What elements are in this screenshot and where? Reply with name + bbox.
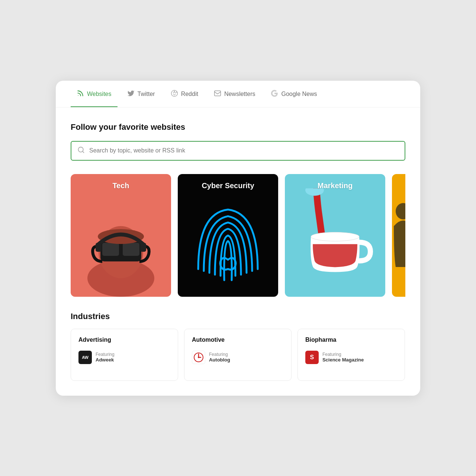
category-label-cyber: Cyber Security bbox=[178, 181, 278, 190]
category-card-marketing[interactable]: Marketing bbox=[285, 174, 385, 297]
logo-text-sciencemag: S bbox=[310, 354, 314, 361]
industry-card-automotive[interactable]: Automotive Featuring Autoblog bbox=[184, 329, 292, 381]
search-icon bbox=[77, 146, 85, 155]
svg-rect-12 bbox=[123, 243, 139, 256]
tab-websites-label: Websites bbox=[87, 91, 112, 97]
twitter-icon bbox=[127, 90, 135, 99]
featuring-text-biopharma: Featuring Science Magazine bbox=[322, 352, 364, 363]
svg-point-3 bbox=[175, 93, 176, 94]
category-card-tech[interactable]: Tech bbox=[71, 174, 171, 297]
rss-icon bbox=[77, 90, 84, 99]
featuring-label-biopharma: Featuring bbox=[322, 352, 364, 357]
featuring-label-advertising: Featuring bbox=[96, 352, 115, 357]
tab-newsletters-label: Newsletters bbox=[224, 91, 255, 97]
svg-point-4 bbox=[176, 91, 177, 93]
svg-point-13 bbox=[98, 229, 144, 244]
svg-rect-6 bbox=[215, 91, 221, 96]
main-card: Websites Twitter bbox=[56, 81, 420, 396]
industry-name-advertising: Advertising bbox=[78, 337, 170, 343]
svg-point-0 bbox=[78, 95, 78, 96]
categories-row: Tech bbox=[71, 174, 405, 297]
industry-logo-aw: AW bbox=[78, 351, 92, 364]
cyber-illustration bbox=[191, 202, 265, 284]
svg-point-18 bbox=[396, 203, 405, 219]
industry-featuring-biopharma: S Featuring Science Magazine bbox=[305, 351, 397, 364]
svg-rect-15 bbox=[140, 243, 146, 252]
main-content: Follow your favorite websites Tech bbox=[56, 107, 420, 381]
industries-row: Advertising AW Featuring Adweek Automoti… bbox=[71, 329, 405, 381]
marketing-illustration bbox=[294, 188, 376, 274]
category-label-marketing: Marketing bbox=[285, 181, 385, 190]
category-label-tech: Tech bbox=[71, 181, 171, 190]
search-input[interactable] bbox=[89, 147, 399, 154]
search-container bbox=[71, 141, 405, 161]
industries-heading: Industries bbox=[71, 312, 405, 321]
tab-google-news[interactable]: Google News bbox=[265, 81, 323, 107]
page-heading: Follow your favorite websites bbox=[71, 122, 405, 132]
category-card-partial[interactable] bbox=[392, 174, 405, 297]
tab-reddit[interactable]: Reddit bbox=[165, 81, 204, 107]
tab-twitter[interactable]: Twitter bbox=[121, 81, 161, 107]
partial-illustration bbox=[392, 193, 405, 297]
svg-point-5 bbox=[174, 90, 175, 91]
industry-logo-sciencemag: S bbox=[305, 351, 319, 364]
svg-point-17 bbox=[311, 232, 359, 241]
tab-twitter-label: Twitter bbox=[138, 91, 155, 97]
industry-card-biopharma[interactable]: Biopharma S Featuring Science Magazine bbox=[298, 329, 405, 381]
tech-illustration bbox=[73, 196, 169, 297]
industry-name-biopharma: Biopharma bbox=[305, 337, 397, 343]
svg-rect-14 bbox=[96, 243, 102, 252]
reddit-icon bbox=[171, 90, 178, 99]
featuring-text-automotive: Featuring Autoblog bbox=[209, 352, 230, 363]
nav-tabs: Websites Twitter bbox=[56, 81, 420, 107]
industry-featuring-automotive: Featuring Autoblog bbox=[192, 351, 284, 364]
google-icon bbox=[271, 90, 278, 99]
svg-point-2 bbox=[173, 93, 174, 94]
industry-featuring-advertising: AW Featuring Adweek bbox=[78, 351, 170, 364]
featuring-name-biopharma: Science Magazine bbox=[322, 357, 364, 363]
tab-newsletters[interactable]: Newsletters bbox=[208, 81, 261, 107]
industry-logo-autoblog bbox=[192, 351, 205, 364]
tab-websites[interactable]: Websites bbox=[71, 81, 118, 107]
svg-rect-11 bbox=[102, 243, 119, 256]
category-card-cyber[interactable]: Cyber Security bbox=[178, 174, 278, 297]
industry-name-automotive: Automotive bbox=[192, 337, 284, 343]
featuring-name-advertising: Adweek bbox=[96, 357, 115, 363]
logo-text-aw: AW bbox=[82, 355, 89, 360]
mail-icon bbox=[214, 90, 221, 99]
featuring-text-advertising: Featuring Adweek bbox=[96, 352, 115, 363]
featuring-name-automotive: Autoblog bbox=[209, 357, 230, 363]
tab-reddit-label: Reddit bbox=[181, 91, 198, 97]
svg-point-21 bbox=[198, 357, 199, 358]
industry-card-advertising[interactable]: Advertising AW Featuring Adweek bbox=[71, 329, 178, 381]
featuring-label-automotive: Featuring bbox=[209, 352, 230, 357]
tab-google-news-label: Google News bbox=[281, 91, 317, 97]
